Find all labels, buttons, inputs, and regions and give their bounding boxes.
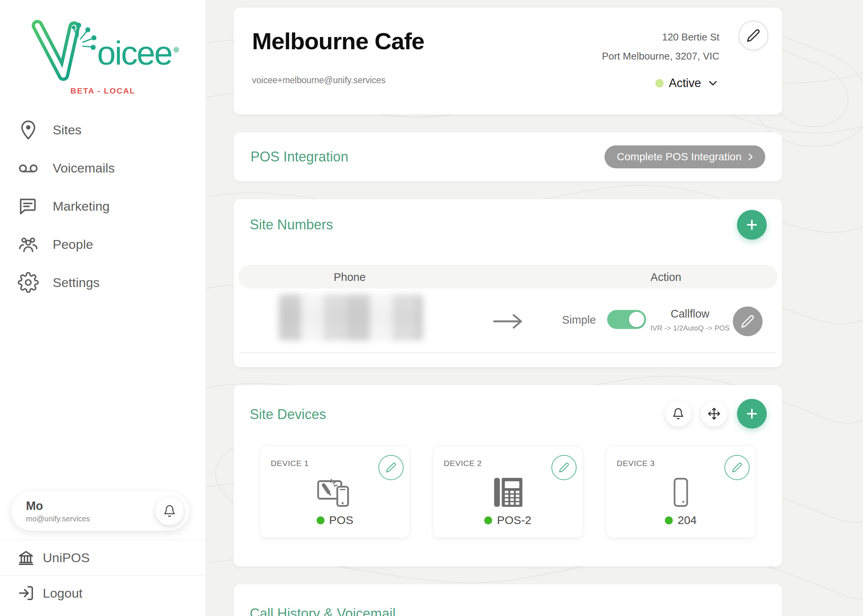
call-history-title: Call History & Voicemail xyxy=(250,606,396,616)
numbers-table-header: Phone Action xyxy=(239,265,777,289)
callflow-info: Callflow IVR -> 1/2AutoQ -> POS xyxy=(648,308,732,333)
site-address-line1: 120 Bertie St xyxy=(602,32,719,42)
sidebar-item-unipos[interactable]: UniPOS xyxy=(0,549,206,566)
app-root: oicee BETA - LOCAL Sites Voicemails xyxy=(0,0,863,616)
site-address-line2: Port Melbourne, 3207, VIC xyxy=(602,51,719,61)
device-status-label: POS xyxy=(329,514,353,527)
logout-icon xyxy=(18,585,34,601)
device-online-dot xyxy=(665,516,673,524)
voicee-logo-mark-icon xyxy=(27,17,99,82)
device-name: DEVICE 1 xyxy=(271,459,309,468)
column-header-action: Action xyxy=(651,271,682,284)
device-status-label: 204 xyxy=(677,514,697,527)
beta-local-label: BETA - LOCAL xyxy=(0,86,206,95)
sidebar-item-voicemails[interactable]: Voicemails xyxy=(18,157,206,179)
site-devices-card: Site Devices xyxy=(234,385,782,566)
add-device-button[interactable] xyxy=(737,399,767,429)
callflow-label: Callflow xyxy=(648,308,732,320)
main-content: Melbourne Cafe voicee+melbourne@unify.se… xyxy=(206,0,863,616)
chevron-down-icon xyxy=(706,77,719,90)
site-numbers-title: Site Numbers xyxy=(250,217,333,233)
status-label: Active xyxy=(669,76,701,90)
sidebar-nav: Sites Voicemails Marketing xyxy=(0,119,206,293)
sidebar-item-label: Marketing xyxy=(53,199,110,214)
status-dot xyxy=(655,79,664,87)
chevron-right-icon xyxy=(745,152,755,162)
devices-notifications-button[interactable] xyxy=(665,401,691,427)
plus-icon xyxy=(745,218,759,232)
bank-icon xyxy=(18,549,34,566)
user-profile-pill[interactable]: Mo mo@unify.services xyxy=(11,492,189,531)
device-status: 204 xyxy=(606,514,756,527)
map-pin-icon xyxy=(18,119,39,140)
bell-icon xyxy=(163,505,176,518)
sidebar-item-people[interactable]: People xyxy=(18,234,206,255)
site-header-left: Melbourne Cafe voicee+melbourne@unify.se… xyxy=(252,27,424,99)
voicemail-icon xyxy=(18,157,39,179)
pencil-icon xyxy=(386,462,396,473)
notifications-button[interactable] xyxy=(155,497,184,525)
call-history-card: Call History & Voicemail xyxy=(234,584,782,616)
arrow-right-icon xyxy=(492,312,524,331)
sidebar-item-label: Settings xyxy=(53,275,100,290)
sidebar-item-sites[interactable]: Sites xyxy=(18,119,206,140)
reorder-devices-button[interactable] xyxy=(701,401,727,427)
user-email: mo@unify.services xyxy=(26,514,155,523)
device-online-dot xyxy=(317,516,325,524)
device-status: POS-2 xyxy=(433,514,583,527)
complete-pos-integration-label: Complete POS Integration xyxy=(617,151,742,163)
callflow-detail: IVR -> 1/2AutoQ -> POS xyxy=(648,323,732,333)
sidebar-item-logout[interactable]: Logout xyxy=(0,585,206,601)
voicee-logo-text: oicee xyxy=(97,36,171,70)
sidebar-item-label: Voicemails xyxy=(53,161,115,176)
bell-icon xyxy=(672,408,684,420)
site-devices-title: Site Devices xyxy=(250,406,326,422)
site-header-card: Melbourne Cafe voicee+melbourne@unify.se… xyxy=(234,8,782,114)
voicee-logo[interactable]: oicee xyxy=(0,19,206,80)
pos-terminal-icon xyxy=(315,476,355,511)
page-title: Melbourne Cafe xyxy=(252,27,424,55)
sidebar-item-label: UniPOS xyxy=(43,550,90,565)
device-online-dot xyxy=(484,516,492,524)
toggle-mode-label: Simple xyxy=(562,314,596,326)
voicee-logo-trademark-dot xyxy=(173,47,179,53)
sidebar: oicee BETA - LOCAL Sites Voicemails xyxy=(0,0,206,616)
add-number-button[interactable] xyxy=(737,210,767,240)
sidebar-item-settings[interactable]: Settings xyxy=(18,272,206,293)
site-status-dropdown[interactable]: Active xyxy=(602,76,719,90)
site-email: voicee+melbourne@unify.services xyxy=(252,75,424,85)
page-content: Melbourne Cafe voicee+melbourne@unify.se… xyxy=(206,0,782,616)
device-name: DEVICE 3 xyxy=(617,459,655,468)
sidebar-item-marketing[interactable]: Marketing xyxy=(18,195,206,217)
plus-icon xyxy=(745,406,759,421)
pencil-icon xyxy=(732,462,742,473)
user-meta: Mo mo@unify.services xyxy=(26,499,155,523)
edit-callflow-button[interactable] xyxy=(733,306,763,336)
pencil-icon xyxy=(559,462,569,473)
row-divider xyxy=(239,353,776,353)
callflow-toggle[interactable] xyxy=(607,310,646,329)
chat-bubble-icon xyxy=(18,195,39,217)
edit-site-button[interactable] xyxy=(739,21,768,50)
complete-pos-integration-button[interactable]: Complete POS Integration xyxy=(604,145,765,168)
device-card-2: DEVICE 2 xyxy=(433,445,583,538)
sidebar-divider xyxy=(0,540,206,540)
people-icon xyxy=(18,234,39,255)
pos-integration-title: POS Integration xyxy=(250,149,348,165)
smartphone-icon xyxy=(664,476,698,509)
gear-icon xyxy=(18,272,39,293)
desk-phone-icon xyxy=(490,476,526,509)
device-name: DEVICE 2 xyxy=(444,459,482,468)
pencil-icon xyxy=(741,314,755,328)
pencil-icon xyxy=(747,29,760,42)
user-name: Mo xyxy=(26,499,155,513)
device-card-3: DEVICE 3 204 xyxy=(606,445,756,538)
pos-integration-card: POS Integration Complete POS Integration xyxy=(234,132,782,181)
sidebar-item-label: People xyxy=(53,237,93,252)
device-card-1: DEVICE 1 xyxy=(260,445,410,538)
move-icon xyxy=(708,407,721,420)
sidebar-item-label: Logout xyxy=(43,586,82,601)
toggle-knob xyxy=(629,312,644,327)
redacted-phone-number xyxy=(279,295,423,340)
device-status-label: POS-2 xyxy=(497,514,531,527)
